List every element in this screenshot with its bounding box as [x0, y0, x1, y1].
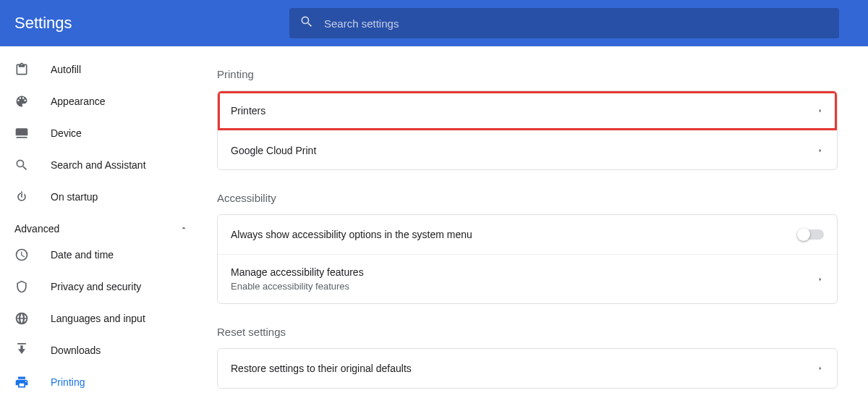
sidebar-item-label: Appearance [51, 96, 106, 107]
row-label: Printers [231, 105, 265, 117]
sidebar-item-appearance[interactable]: Appearance [0, 85, 203, 117]
sidebar-item-label: Date and time [51, 249, 114, 261]
app-title: Settings [14, 14, 289, 33]
search-box[interactable] [289, 8, 839, 38]
card-printing: Printers Google Cloud Print [217, 90, 838, 170]
palette-icon [14, 94, 29, 109]
sidebar-item-printing[interactable]: Printing [0, 366, 203, 398]
search-wrap [289, 8, 839, 38]
clock-icon [14, 248, 29, 262]
row-manage-accessibility[interactable]: Manage accessibility features Enable acc… [218, 254, 837, 303]
sidebar-item-label: Downloads [51, 345, 101, 356]
row-restore-defaults[interactable]: Restore settings to their original defau… [218, 349, 837, 388]
sidebar-item-device[interactable]: Device [0, 117, 203, 149]
sidebar-item-label: Search and Assistant [51, 159, 146, 171]
row-google-cloud-print[interactable]: Google Cloud Print [218, 130, 837, 169]
search-icon [299, 14, 314, 32]
sidebar-item-privacy-security[interactable]: Privacy and security [0, 271, 203, 303]
row-label: Manage accessibility features [231, 266, 364, 278]
search-input[interactable] [324, 17, 829, 30]
chevron-right-icon [817, 144, 824, 157]
sidebar-item-date-time[interactable]: Date and time [0, 239, 203, 271]
sidebar-item-label: Device [51, 127, 82, 139]
row-text-group: Manage accessibility features Enable acc… [231, 266, 364, 292]
chevron-up-icon [179, 223, 188, 235]
sidebar-item-label: On startup [51, 191, 98, 203]
sidebar-item-label: Autofill [51, 64, 81, 75]
chevron-right-icon [817, 104, 824, 117]
row-sublabel: Enable accessibility features [231, 281, 364, 292]
card-accessibility: Always show accessibility options in the… [217, 214, 838, 304]
section-title-printing: Printing [217, 68, 838, 80]
chevron-right-icon [817, 273, 824, 286]
content-area: Printing Printers Google Cloud Print Acc… [203, 46, 868, 414]
app-header: Settings [0, 0, 868, 46]
section-title-accessibility: Accessibility [217, 192, 838, 204]
sidebar-item-on-startup[interactable]: On startup [0, 181, 203, 213]
sidebar: Autofill Appearance Device Search and As… [0, 46, 203, 414]
row-label: Restore settings to their original defau… [231, 363, 412, 374]
sidebar-item-label: Languages and input [51, 313, 145, 324]
row-printers[interactable]: Printers [218, 91, 837, 130]
row-label: Google Cloud Print [231, 145, 316, 156]
sidebar-item-label: Printing [51, 376, 85, 388]
laptop-icon [14, 126, 29, 140]
sidebar-item-languages-input[interactable]: Languages and input [0, 303, 203, 334]
sidebar-advanced-toggle[interactable]: Advanced [0, 213, 203, 239]
toggle-accessibility-menu[interactable] [798, 229, 824, 240]
sidebar-item-search-assistant[interactable]: Search and Assistant [0, 149, 203, 181]
download-icon [14, 343, 29, 358]
printer-icon [14, 375, 29, 389]
sidebar-item-downloads[interactable]: Downloads [0, 334, 203, 366]
shield-icon [14, 279, 29, 294]
row-accessibility-toggle[interactable]: Always show accessibility options in the… [218, 215, 837, 254]
magnify-icon [14, 158, 29, 172]
card-reset: Restore settings to their original defau… [217, 348, 838, 389]
sidebar-item-autofill[interactable]: Autofill [0, 54, 203, 85]
main-container: Autofill Appearance Device Search and As… [0, 46, 868, 414]
chevron-right-icon [817, 362, 824, 375]
toggle-knob [797, 228, 810, 241]
clipboard-icon [14, 62, 29, 77]
row-label: Always show accessibility options in the… [231, 229, 472, 240]
advanced-label: Advanced [14, 223, 59, 235]
power-icon [14, 190, 29, 204]
section-title-reset: Reset settings [217, 326, 838, 338]
globe-icon [14, 311, 29, 326]
sidebar-item-label: Privacy and security [51, 281, 141, 292]
